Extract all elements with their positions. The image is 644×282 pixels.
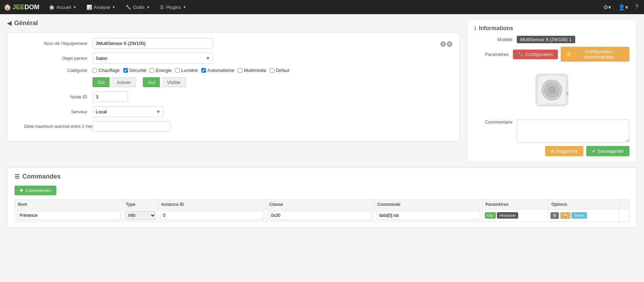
config-recommended-button[interactable]: ⭐ Configuration recommandée xyxy=(561,47,630,62)
commandes-section: ☰ Commandes ✚ Commandes Nom Type Instanc… xyxy=(7,167,637,227)
plugins-icon: ☰ xyxy=(160,5,164,10)
td-nom xyxy=(15,209,123,222)
node-id-row: Node ID xyxy=(15,91,452,102)
config-btn-label: Configuration xyxy=(525,52,553,57)
classe-input[interactable] xyxy=(269,211,372,220)
tester-button[interactable]: Tester xyxy=(571,212,587,219)
general-settings-icon[interactable]: ⚙⚙ xyxy=(440,40,453,49)
nom-input[interactable] xyxy=(17,211,121,220)
type-select[interactable]: Info Action xyxy=(125,211,156,220)
star-icon: ⭐ xyxy=(566,52,571,57)
rss-option-button[interactable]: 📡 xyxy=(560,212,570,219)
td-delete xyxy=(619,209,629,222)
td-instance-id xyxy=(158,209,266,222)
serveur-label: Serveur xyxy=(15,109,93,114)
add-commandes-label: Commandes xyxy=(25,188,51,193)
categorie-checkboxes: Chauffage Sécurité Energie Lumière xyxy=(93,68,289,73)
info-circle-icon: ℹ xyxy=(474,26,476,31)
checkbox-chauffage-input[interactable] xyxy=(93,68,97,73)
nav-analyse[interactable]: 📊 Analyse ▼ xyxy=(82,2,120,12)
categorie-label: Catégorie xyxy=(15,68,93,73)
main-content: ◀ Général ⚙⚙ Nom de l'équipement Objet p… xyxy=(0,14,644,233)
info-header: ℹ Informations xyxy=(474,25,629,32)
th-nom: Nom xyxy=(15,200,123,209)
modele-badge: MultiSensor 6 (ZW100) 1 xyxy=(517,36,575,43)
oui-visible-button[interactable]: Oui xyxy=(143,77,160,87)
td-type: Info Action xyxy=(123,209,158,222)
help-button[interactable]: ? xyxy=(633,2,640,12)
modele-label: Modèle xyxy=(474,37,517,42)
checkbox-defaut[interactable]: Defaut xyxy=(270,68,289,73)
activer-row: Oui Activer Oui Visible xyxy=(15,77,452,87)
checkbox-lumiere-input[interactable] xyxy=(175,68,180,73)
brand-logo[interactable]: 🏠 JEEDOM xyxy=(4,3,39,11)
sauvegarder-button[interactable]: ✔ Sauvegarder xyxy=(586,146,629,156)
back-arrow-icon[interactable]: ◀ xyxy=(7,20,11,27)
info-section: ℹ Informations Modèle MultiSensor 6 (ZW1… xyxy=(467,19,637,162)
analyse-icon: 📊 xyxy=(86,5,92,10)
th-instance-id: Instance ID xyxy=(158,200,266,209)
checkbox-securite-input[interactable] xyxy=(123,68,128,73)
checkbox-securite[interactable]: Sécurité xyxy=(123,68,146,73)
brand-dom: DOM xyxy=(24,4,39,11)
commentaire-textarea[interactable] xyxy=(517,119,629,142)
checkbox-energie-input[interactable] xyxy=(150,68,154,73)
plus-icon: ✚ xyxy=(19,188,23,193)
configuration-button[interactable]: 🔧 Configuration xyxy=(513,50,558,59)
chevron-down-icon-4: ▼ xyxy=(183,5,186,9)
col-left: ◀ Général ⚙⚙ Nom de l'équipement Objet p… xyxy=(7,19,460,162)
checkbox-lumiere[interactable]: Lumière xyxy=(175,68,198,73)
checkbox-multimedia-input[interactable] xyxy=(238,68,242,73)
delai-row: Délai maximum autorisé entre 2 messages … xyxy=(15,121,452,132)
delai-input[interactable] xyxy=(93,121,170,132)
instance-id-input[interactable] xyxy=(161,211,264,220)
navbar: 🏠 JEEDOM 🏠 Accueil ▼ 📊 Analyse ▼ 🔧 Outil… xyxy=(0,0,644,14)
config-recommended-label: Configuration recommandée xyxy=(573,49,625,60)
serveur-row: Serveur Local Distant ▼ xyxy=(15,106,452,117)
list-icon: ☰ xyxy=(15,173,19,180)
logo-icon: 🏠 xyxy=(4,3,11,11)
commandes-title: Commandes xyxy=(22,173,61,180)
th-options: Options xyxy=(548,200,619,209)
brand-jee: JEE xyxy=(12,4,24,11)
home-icon: 🏠 xyxy=(49,5,55,10)
type-select-wrapper: Info Action xyxy=(125,211,156,220)
checkbox-automatisme[interactable]: Automatisme xyxy=(201,68,234,73)
checkbox-multimedia[interactable]: Multimedia xyxy=(238,68,266,73)
user-button[interactable]: 👤▾ xyxy=(616,2,630,12)
general-header: ◀ Général ⚙⚙ xyxy=(7,19,460,27)
objet-parent-label: Objet parent xyxy=(15,56,93,61)
supprimer-button[interactable]: ⊖ Supprimer xyxy=(545,146,583,156)
historiser-button[interactable]: Historiser xyxy=(497,212,518,219)
serveur-select[interactable]: Local Distant xyxy=(93,106,163,117)
nav-accueil[interactable]: 🏠 Accueil ▼ xyxy=(45,2,81,12)
th-actions xyxy=(619,200,629,209)
visible-label-button[interactable]: Visible xyxy=(162,77,186,87)
nom-equipment-input[interactable] xyxy=(93,38,213,49)
wrench-icon: 🔧 xyxy=(125,5,131,10)
commande-input[interactable] xyxy=(377,211,480,220)
checkbox-chauffage[interactable]: Chauffage xyxy=(93,68,120,73)
commentaire-label: Commentaire xyxy=(474,119,517,125)
parametres-label: Paramètres xyxy=(474,52,513,57)
svg-point-5 xyxy=(566,92,569,95)
add-commandes-button[interactable]: ✚ Commandes xyxy=(15,186,56,195)
general-title: Général xyxy=(14,19,38,27)
nom-equipment-label: Nom de l'équipement xyxy=(15,41,93,46)
oui-param-button[interactable]: Oui xyxy=(485,212,496,219)
node-id-input[interactable] xyxy=(93,91,128,102)
activer-label-button[interactable]: Activer xyxy=(112,77,136,87)
chevron-down-icon-2: ▼ xyxy=(112,5,116,9)
th-commande: Commande xyxy=(374,200,482,209)
gear-option-button[interactable]: ⚙ xyxy=(550,212,559,219)
nav-outils-label: Outils xyxy=(133,5,145,10)
td-commande xyxy=(374,209,482,222)
checkbox-automatisme-input[interactable] xyxy=(201,68,206,73)
settings-gear-button[interactable]: ⚙▾ xyxy=(601,2,613,12)
nav-outils[interactable]: 🔧 Outils ▼ xyxy=(121,2,154,12)
oui-activer-button[interactable]: Oui xyxy=(93,77,110,87)
objet-parent-select[interactable]: Salon Cuisine Chambre Bureau xyxy=(93,53,213,63)
nav-plugins[interactable]: ☰ Plugins ▼ xyxy=(156,2,191,12)
checkbox-energie[interactable]: Energie xyxy=(150,68,172,73)
checkbox-defaut-input[interactable] xyxy=(270,68,274,73)
